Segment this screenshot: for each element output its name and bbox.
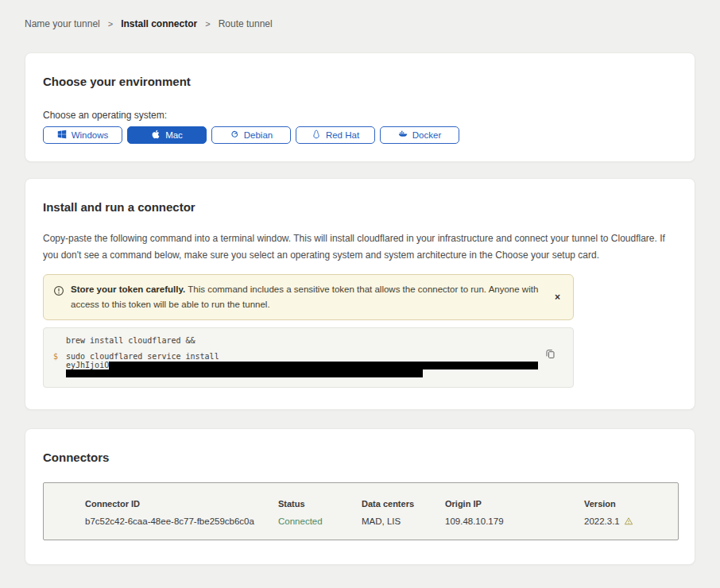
- install-description: Copy-paste the following command into a …: [43, 230, 677, 264]
- connector-origin-ip-value: 109.48.10.179: [445, 516, 584, 526]
- connector-version-cell: 2022.3.1: [584, 516, 670, 526]
- os-button-label: Docker: [412, 130, 441, 140]
- environment-card-title: Choose your environment: [43, 75, 677, 88]
- redacted-token-bar: [66, 369, 423, 377]
- breadcrumb-separator: >: [205, 19, 210, 29]
- breadcrumb: Name your tunnel > Install connector > R…: [25, 0, 695, 29]
- connector-row: b7c52c42-6caa-48ee-8c77-fbe259cb6c0a Con…: [85, 516, 670, 526]
- code-text: eyJhIjoiO: [66, 362, 538, 370]
- token-warning-banner: Store your token carefully. This command…: [43, 274, 574, 320]
- install-card-title: Install and run a connector: [43, 200, 677, 214]
- code-line-token-continued: [53, 369, 541, 377]
- breadcrumb-step-route-tunnel[interactable]: Route tunnel: [219, 18, 273, 29]
- os-button-label: Debian: [244, 130, 273, 140]
- code-gutter: [53, 337, 66, 346]
- os-button-debian[interactable]: Debian: [211, 126, 291, 144]
- copy-command-button[interactable]: [544, 349, 555, 360]
- apple-icon: [151, 130, 161, 141]
- code-gutter: [53, 369, 66, 377]
- breadcrumb-step-name-your-tunnel[interactable]: Name your tunnel: [25, 18, 100, 29]
- connectors-table-header: Connector ID Status Data centers Origin …: [85, 499, 670, 509]
- column-header-status: Status: [278, 499, 362, 509]
- docker-icon: [398, 130, 408, 141]
- banner-close-button[interactable]: ×: [550, 290, 565, 304]
- connectors-card-title: Connectors: [43, 451, 677, 464]
- code-text: brew install cloudflared &&: [66, 337, 200, 346]
- redacted-token-bar: [109, 362, 538, 369]
- debian-icon: [230, 130, 239, 141]
- code-gutter: [53, 362, 66, 370]
- column-header-data-centers: Data centers: [362, 499, 445, 509]
- connector-data-centers-value: MAD, LIS: [362, 516, 445, 526]
- connector-id-value: b7c52c42-6caa-48ee-8c77-fbe259cb6c0a: [85, 516, 278, 526]
- token-prefix: eyJhIjoiO: [66, 361, 109, 369]
- breadcrumb-step-install-connector: Install connector: [121, 18, 197, 29]
- os-button-label: Windows: [72, 130, 109, 140]
- connector-status-value: Connected: [278, 516, 362, 526]
- token-warning-title: Store your token carefully.: [71, 284, 185, 294]
- tunnel-setup-page: Name your tunnel > Install connector > R…: [0, 0, 720, 588]
- os-select-label: Choose an operating system:: [43, 110, 677, 121]
- code-line-token: eyJhIjoiO: [53, 362, 541, 370]
- os-button-mac[interactable]: Mac: [127, 126, 207, 144]
- code-line-install: $ sudo cloudflared service install: [53, 353, 541, 362]
- windows-icon: [57, 130, 67, 141]
- connectors-table: Connector ID Status Data centers Origin …: [43, 482, 679, 540]
- column-header-origin-ip: Origin IP: [445, 499, 584, 509]
- os-button-redhat[interactable]: Red Hat: [296, 126, 375, 144]
- info-circle-icon: [53, 285, 64, 300]
- connector-version-value: 2022.3.1: [584, 516, 620, 526]
- code-line-brew: brew install cloudflared &&: [53, 337, 541, 346]
- install-connector-card: Install and run a connector Copy-paste t…: [25, 178, 695, 410]
- os-button-group: Windows Mac Debian Red Hat: [43, 126, 677, 144]
- choose-environment-card: Choose your environment Choose an operat…: [25, 52, 695, 162]
- os-button-label: Red Hat: [326, 130, 359, 140]
- column-header-connector-id: Connector ID: [85, 499, 278, 509]
- redhat-icon: [312, 130, 321, 141]
- os-button-windows[interactable]: Windows: [43, 126, 122, 144]
- connectors-card: Connectors Connector ID Status Data cent…: [25, 428, 695, 565]
- os-button-docker[interactable]: Docker: [380, 126, 459, 144]
- breadcrumb-separator: >: [108, 19, 113, 29]
- shell-prompt: $: [53, 353, 66, 362]
- install-command-codeblock: brew install cloudflared && $ sudo cloud…: [43, 327, 574, 389]
- token-warning-text: Store your token carefully. This command…: [71, 282, 544, 312]
- os-button-label: Mac: [165, 130, 183, 140]
- copy-icon: [545, 349, 555, 359]
- warning-triangle-icon: [624, 516, 633, 526]
- column-header-version: Version: [584, 499, 670, 509]
